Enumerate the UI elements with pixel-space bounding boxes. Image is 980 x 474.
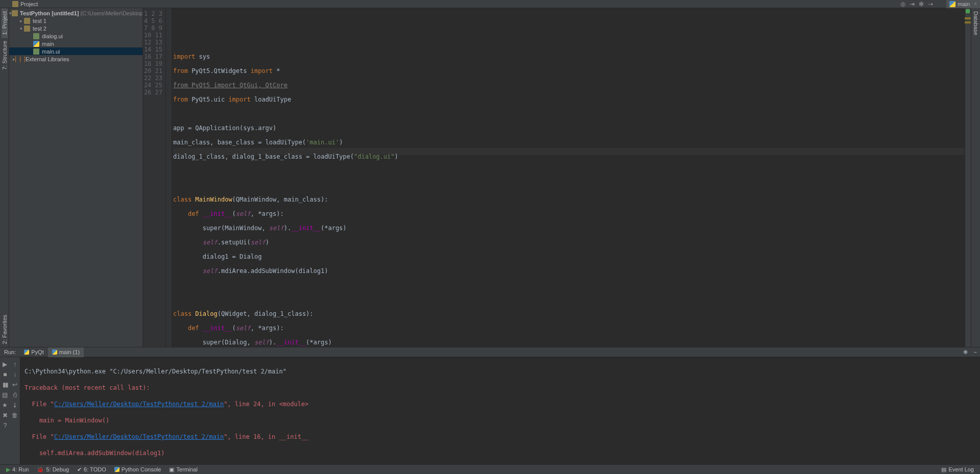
top-tab-project-label: Project <box>20 1 38 7</box>
run-panel: Run: PyQt main (1) ✻ − ▶↑ ■↓ ▮▮↩ ▤⎙ ★⤓ ✖… <box>0 347 980 464</box>
tool-database[interactable]: Database <box>973 8 979 38</box>
tree-main-py[interactable]: main <box>9 40 142 47</box>
rerun-button[interactable]: ▶ <box>0 359 10 369</box>
right-tool-strip: Database <box>971 8 980 347</box>
folder-icon <box>12 10 18 16</box>
fold-gutter[interactable] <box>166 8 171 347</box>
project-tree[interactable]: ▾ TestPython [untitled1] (C:\Users\Melle… <box>9 8 142 347</box>
tree-root[interactable]: ▾ TestPython [untitled1] (C:\Users\Melle… <box>9 9 142 17</box>
layout-button[interactable]: ▤ <box>0 390 10 400</box>
code-content[interactable]: import sys from PyQt5.QtWidgets import *… <box>171 8 965 347</box>
tool-structure[interactable]: 7: Structure <box>2 38 8 73</box>
pause-button[interactable]: ▮▮ <box>0 380 10 390</box>
file-link[interactable]: C:/Users/Meller/Desktop/TestPython/test … <box>54 401 224 408</box>
gear-icon[interactable]: ✻ <box>960 349 971 356</box>
tree-main-ui[interactable]: main.ui <box>9 47 142 55</box>
editor-tab-main-label: main <box>958 1 970 7</box>
editor-area: 1 2 3 4 5 6 7 8 9 10 11 12 13 14 15 16 1… <box>143 8 971 347</box>
down-button[interactable]: ↓ <box>10 369 20 380</box>
folder-icon <box>24 18 30 24</box>
close-icon[interactable]: × <box>974 1 977 7</box>
library-icon: ❘❘❘ <box>16 56 23 62</box>
tree-root-name: TestPython <box>20 10 50 16</box>
todo-icon: ✔ <box>77 466 82 473</box>
collapse-icon[interactable]: ⇥ <box>910 1 915 8</box>
python-file-icon <box>33 41 39 47</box>
left-tool-strip: 1: Project 7: Structure 2: Favorites <box>0 8 9 347</box>
tree-test1[interactable]: ▸ test 1 <box>9 17 142 24</box>
console-line: File "C:/Users/Meller/Desktop/TestPython… <box>25 433 976 441</box>
pin-button[interactable]: ★ <box>0 400 10 410</box>
console-line: C:\Python34\python.exe "C:/Users/Meller/… <box>25 367 976 376</box>
chevron-down-icon[interactable]: ▾ <box>18 26 23 31</box>
bug-icon: 🐞 <box>37 466 44 473</box>
folder-icon <box>12 1 18 7</box>
tree-root-suffix: [untitled1] <box>52 10 79 16</box>
console-line: Traceback (most recent call last): <box>25 384 976 392</box>
scroll-button[interactable]: ⤓ <box>10 400 20 410</box>
tree-external-libs[interactable]: ▸ ❘❘❘ External Libraries <box>9 55 142 63</box>
tool-project[interactable]: 1: Project <box>2 8 8 38</box>
run-tab-pyqt[interactable]: PyQt <box>20 347 47 357</box>
run-tab-main[interactable]: main (1) <box>48 347 84 357</box>
python-file-icon <box>24 350 29 355</box>
help-button[interactable]: ? <box>0 420 10 431</box>
status-todo[interactable]: ✔6: TODO <box>73 465 110 475</box>
warning-marker[interactable] <box>965 17 971 19</box>
console-line: self.mdiArea.addSubWindow(dialog1) <box>25 449 976 457</box>
code-editor[interactable]: 1 2 3 4 5 6 7 8 9 10 11 12 13 14 15 16 1… <box>143 8 971 347</box>
status-run[interactable]: ▶4: Run <box>2 465 33 475</box>
editor-tab-main[interactable]: main × <box>946 0 980 8</box>
status-debug[interactable]: 🐞5: Debug <box>33 465 73 475</box>
run-panel-header: Run: PyQt main (1) ✻ − <box>0 347 980 357</box>
console-line: main = MainWindow() <box>25 416 976 425</box>
editor-overview-ruler[interactable] <box>965 8 971 347</box>
python-file-icon <box>949 1 955 7</box>
run-label: Run: <box>0 349 20 355</box>
tree-dialog-ui[interactable]: dialog.ui <box>9 32 142 40</box>
trash-button[interactable]: 🗑 <box>10 410 20 420</box>
tree-test2[interactable]: ▾ test 2 <box>9 24 142 32</box>
top-tab-project[interactable]: Project <box>9 0 41 8</box>
ui-file-icon <box>33 48 39 55</box>
run-console[interactable]: C:\Python34\python.exe "C:/Users/Meller/… <box>20 357 980 474</box>
terminal-icon: ▣ <box>169 466 174 473</box>
tree-root-path: (C:\Users\Meller\Desktop\TestPy <box>80 10 142 16</box>
minimize-icon[interactable]: − <box>971 349 980 355</box>
gear-icon[interactable]: ✻ <box>919 1 924 8</box>
status-terminal[interactable]: ▣Terminal <box>165 465 202 475</box>
console-line: File "C:/Users/Meller/Desktop/TestPython… <box>25 400 976 408</box>
tool-favorites[interactable]: 2: Favorites <box>2 312 8 347</box>
ui-file-icon <box>33 33 39 39</box>
line-number-gutter: 1 2 3 4 5 6 7 8 9 10 11 12 13 14 15 16 1… <box>143 8 166 347</box>
project-panel: ▾ TestPython [untitled1] (C:\Users\Melle… <box>9 8 143 347</box>
warning-marker[interactable] <box>965 21 971 23</box>
play-icon: ▶ <box>6 466 10 473</box>
hide-icon[interactable]: ⇢ <box>928 1 933 8</box>
analysis-ok-icon <box>966 9 970 13</box>
status-event-log[interactable]: ▤Event Log <box>937 465 978 475</box>
python-file-icon <box>114 467 119 472</box>
up-button[interactable]: ↑ <box>10 359 20 369</box>
python-file-icon <box>52 350 57 355</box>
status-python-console[interactable]: Python Console <box>110 465 165 475</box>
close-button[interactable]: ✖ <box>0 410 10 420</box>
file-link[interactable]: C:/Users/Meller/Desktop/TestPython/test … <box>54 433 224 440</box>
folder-icon <box>24 26 30 32</box>
target-icon[interactable]: ◎ <box>900 1 905 8</box>
stop-button[interactable]: ■ <box>0 369 10 380</box>
chevron-right-icon[interactable]: ▸ <box>18 18 23 23</box>
log-icon: ▤ <box>941 466 946 473</box>
print-button[interactable]: ⎙ <box>10 390 20 400</box>
top-tabs: Project ◎ ⇥ ✻ ⇢ main × <box>0 0 980 8</box>
status-bar: ▶4: Run 🐞5: Debug ✔6: TODO Python Consol… <box>0 464 980 474</box>
run-toolbar: ▶↑ ■↓ ▮▮↩ ▤⎙ ★⤓ ✖🗑 ? <box>0 357 20 474</box>
wrap-button[interactable]: ↩ <box>10 380 20 390</box>
